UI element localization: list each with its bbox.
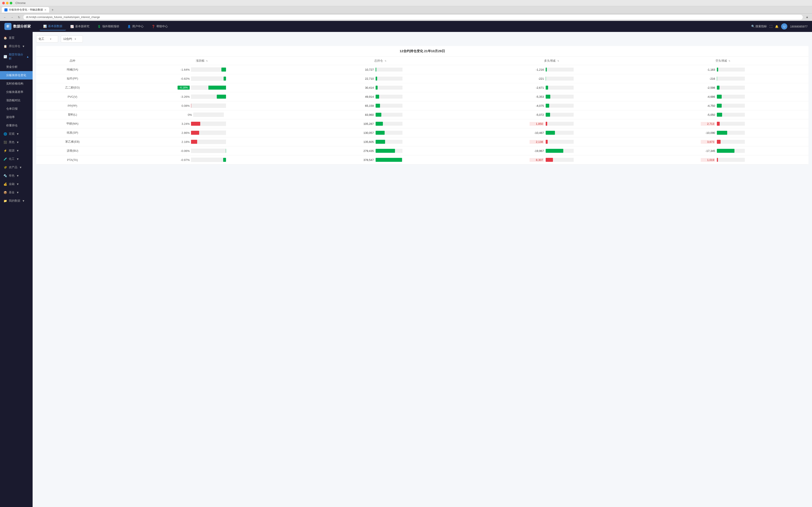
sidebar-item-finance[interactable]: 💰 金融 ▼ [0,180,33,188]
black-icon: ⬛ [4,141,7,144]
close-dot[interactable] [2,2,5,4]
col-header-short[interactable]: 空头增减 ⇅ [637,57,808,65]
nav-items: 📊 基本面数据 📈 基本面研究 💲 场外期权报价 👤 用户中心 ❓ 帮助中心 [40,22,171,31]
short-value: -17,345 [701,149,715,153]
total-value: 279,435 [358,149,374,153]
sidebar-item-black[interactable]: ⬛ 黑色 ▼ [0,138,33,147]
search-indicator-button[interactable]: 🔍 搜索指标 [751,24,767,29]
sidebar-label-home: 首页 [9,36,14,40]
total-value: 378,547 [358,158,374,162]
pct-cell: 0.08% [109,101,295,110]
reload-button[interactable]: ↻ [16,14,21,20]
nav-label-otc: 场外期权报价 [102,24,119,29]
short-cell: -5,050 [637,110,808,119]
new-tab-button[interactable]: + [50,7,55,12]
table-row: 苯乙烯(EB) 2.18% 135,605 2,138 3,673 [36,137,808,147]
long-cell: -4,075 [466,101,637,110]
nav-item-research[interactable]: 📈 基本面研究 [67,22,93,31]
sidebar-item-seat-position[interactable]: 📋 席位持仓 ▼ [0,42,33,50]
sidebar-item-chemical[interactable]: 🧪 化工 ▼ [0,155,33,163]
sidebar-item-sector-position[interactable]: 分板块持仓变化 [0,71,33,79]
sidebar-label-futures: 期货市场分析 [9,53,24,61]
nav-item-otc[interactable]: 💲 场外期权报价 [94,22,123,31]
col-header-name: 品种 [36,57,109,65]
sort-icon-total[interactable]: ⇅ [385,60,387,62]
pct-cell: -1.64% [109,65,295,74]
table-row: 短纤(PF) -0.82% 22,710 -221 -216 [36,74,808,83]
long-value: -5,353 [529,95,544,98]
sidebar-item-basis-rate[interactable]: 分板块基差率 [0,88,33,96]
col-header-pct[interactable]: 涨跌幅 ⇅ [109,57,295,65]
sidebar-item-home[interactable]: 🏠 首页 [0,34,33,42]
sidebar-item-energy[interactable]: ⚡ 能源 ▼ [0,147,33,155]
user-avatar[interactable]: U [781,23,787,30]
table-row: 沥青(BU) -0.06% 279,435 -19,967 -17,345 [36,147,808,156]
forward-button[interactable]: → [9,14,14,20]
sort-icon-long[interactable]: ⇅ [557,60,559,62]
col-header-long[interactable]: 多头增减 ⇅ [466,57,637,65]
short-cell: -17,345 [637,147,808,156]
total-cell: 130,057 [295,128,466,137]
nav-item-user[interactable]: 👤 用户中心 [124,22,147,31]
chevron-down-icon6: ▼ [19,166,22,169]
pct-value: 0% [180,113,192,116]
bookmark-button[interactable]: ★ [805,14,810,20]
notification-bell[interactable]: 🔔 [775,25,778,28]
fund-icon: 📦 [4,191,7,194]
nav-label-help: 帮助中心 [156,24,168,29]
futures-icon: 📉 [4,55,7,58]
finance-icon: 💰 [4,182,7,186]
url-text: dt.hrrdqh.com/analysis_futures_markets/o… [26,16,100,19]
total-cell: 105,287 [295,119,466,128]
sidebar-item-vol-price[interactable]: 价量持仓 [0,121,33,130]
sidebar-item-my-data[interactable]: 📁 我的数据 ▼ [0,196,33,205]
sector-value: 化工 [39,37,44,41]
name-cell: 纯碱(SA) [36,65,109,74]
long-value: -221 [529,77,544,80]
long-value: -19,967 [529,149,544,153]
col-header-total[interactable]: 总持仓 ⇅ [295,57,466,65]
name-cell: PVC(V) [36,92,109,101]
minimize-dot[interactable] [6,2,9,4]
sort-icon-pct[interactable]: ⇅ [206,60,208,62]
url-input[interactable]: dt.hrrdqh.com/analysis_futures_markets/o… [23,15,803,19]
content-area: 🏠 首页 📋 席位持仓 ▼ 📉 期货市场分析 ▲ 资金分析 分板块持仓变化 实时… [0,32,812,507]
sort-icon-short[interactable]: ⇅ [728,60,730,62]
back-button[interactable]: ← [2,14,7,20]
sidebar-item-volatility[interactable]: 波动率 [0,113,33,121]
fullscreen-button[interactable]: ⛶ [769,25,772,28]
table-header-row: 品种 涨跌幅 ⇅ 总持仓 ⇅ 多头增减 ⇅ 空头增减 ⇅ [36,57,808,65]
tab-close-button[interactable]: ✕ [44,8,47,11]
table-row: 塑料(L) 0% 83,960 -5,072 -5,050 [36,110,808,119]
pct-cell: -3.26% [109,92,295,101]
short-cell: -4,750 [637,101,808,110]
short-cell: -2,598 [637,83,808,92]
long-cell: 8,307 [466,156,637,164]
sidebar-item-capital[interactable]: 资金分析 [0,63,33,71]
sidebar-item-daily-report[interactable]: 仓单日报 [0,105,33,113]
fullscreen-dot[interactable] [10,2,12,4]
sidebar-item-fund[interactable]: 📦 基金 ▼ [0,188,33,196]
total-value: 83,960 [358,113,374,116]
sidebar-item-macro[interactable]: 🌐 宏观 ▼ [0,130,33,138]
nav-item-help[interactable]: ❓ 帮助中心 [148,22,171,31]
sidebar-item-agriculture[interactable]: 🌾 农产品 ▼ [0,163,33,171]
sidebar-item-pct-compare[interactable]: 涨跌幅对比 [0,96,33,105]
sidebar-item-metals[interactable]: 🔩 有色 ▼ [0,171,33,180]
nav-item-basic-data[interactable]: 📊 基本面数据 [40,22,66,31]
sector-select[interactable]: 化工 ▼ [36,36,58,43]
sidebar-label-seat: 席位持仓 [9,44,20,48]
sidebar-item-futures-analysis[interactable]: 📉 期货市场分析 ▲ [0,50,33,63]
sidebar-item-price-structure[interactable]: 实时价格结构 [0,79,33,88]
pct-value: -0.06% [177,149,190,153]
contract-select[interactable]: 12合约 ▼ [61,36,83,43]
pct-value: 3.24% [177,122,190,125]
chevron-down-icon5: ▼ [16,157,19,161]
tab-bar: 分板块持仓变化 - 华融达数据 ✕ + [0,6,812,14]
browser-tab[interactable]: 分板块持仓变化 - 华融达数据 ✕ [2,7,49,12]
contract-value: 12合约 [63,37,72,41]
long-cell: -19,967 [466,147,637,156]
long-cell: -10,487 [466,128,637,137]
sidebar-label-agri: 农产品 [9,165,17,169]
pct-value: 0.08% [177,104,190,107]
